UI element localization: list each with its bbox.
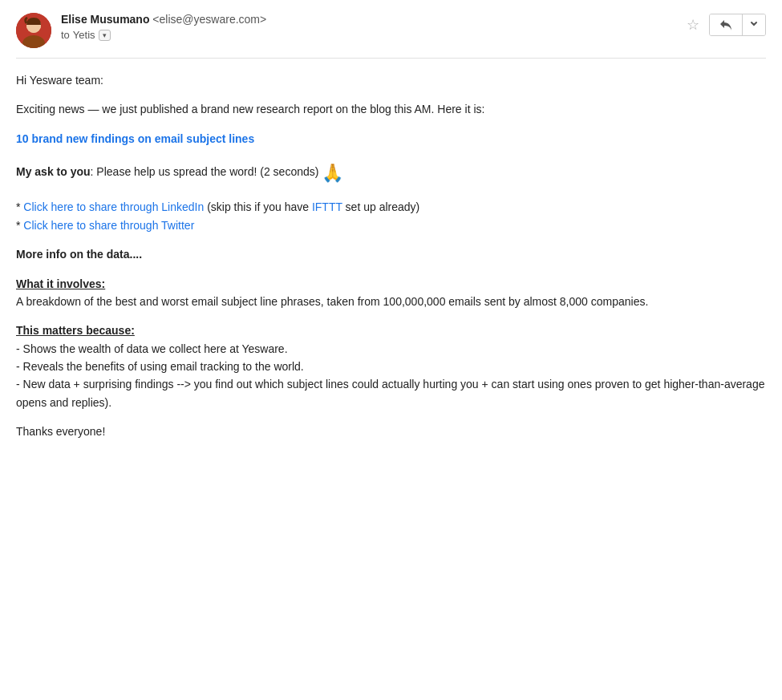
to-recipient: Yetis [73,29,95,41]
reply-button[interactable] [710,14,743,35]
to-label: to [61,29,70,41]
action-button-group [709,14,766,36]
twitter-prefix: * [16,219,23,232]
intro-text: Exciting news — we just published a bran… [16,100,766,118]
avatar [16,13,51,48]
email-header: Elise Musumano <elise@yesware.com> to Ye… [16,13,766,59]
matters-point2: - Reveals the benefits of using email tr… [16,360,304,373]
header-actions: ☆ [680,13,766,37]
greeting: Hi Yesware team: [16,71,766,89]
prayer-emoji: 🙏 [322,163,343,183]
matters-heading: This matters because: [16,324,135,337]
what-involves-text: A breakdown of the best and worst email … [16,295,648,308]
sender-area: Elise Musumano <elise@yesware.com> to Ye… [16,13,266,48]
linkedin-suffix: (skip this if you have [204,200,312,213]
ask-text: : Please help us spread the word! (2 sec… [91,165,344,178]
star-button[interactable]: ☆ [680,13,706,37]
sender-name-line: Elise Musumano <elise@yesware.com> [61,13,266,26]
sender-name: Elise Musumano [61,13,149,26]
to-dropdown-button[interactable]: ▾ [99,30,111,41]
email-body: Hi Yesware team: Exciting news — we just… [16,71,766,441]
more-info-heading: More info on the data.... [16,248,142,261]
to-line: to Yetis ▾ [61,29,266,41]
sender-info: Elise Musumano <elise@yesware.com> to Ye… [61,13,266,41]
sender-email: <elise@yesware.com> [152,13,266,26]
email-container: Elise Musumano <elise@yesware.com> to Ye… [0,0,782,465]
ask-paragraph: My ask to you: Please help us spread the… [16,159,766,187]
twitter-link[interactable]: Click here to share through Twitter [23,219,194,232]
share-links: * Click here to share through LinkedIn (… [16,198,766,234]
avatar-image [16,13,51,48]
matters-section: This matters because: - Shows the wealth… [16,322,766,411]
what-involves-heading: What it involves: [16,277,105,290]
ifttt-link[interactable]: IFTTT [312,200,342,213]
dropdown-arrow-icon: ▾ [103,31,107,39]
more-options-button[interactable] [743,14,765,35]
reply-icon [719,19,732,30]
ask-label: My ask to you [16,165,91,178]
ifttt-suffix: set up already) [342,200,420,213]
main-link[interactable]: 10 brand new findings on email subject l… [16,132,254,145]
chevron-down-icon [751,20,757,30]
matters-point1: - Shows the wealth of data we collect he… [16,342,288,355]
linkedin-link[interactable]: Click here to share through LinkedIn [23,200,204,213]
closing: Thanks everyone! [16,423,766,440]
matters-point3: - New data + surprising findings --> you… [16,378,764,408]
what-involves-section: What it involves: A breakdown of the bes… [16,275,766,311]
